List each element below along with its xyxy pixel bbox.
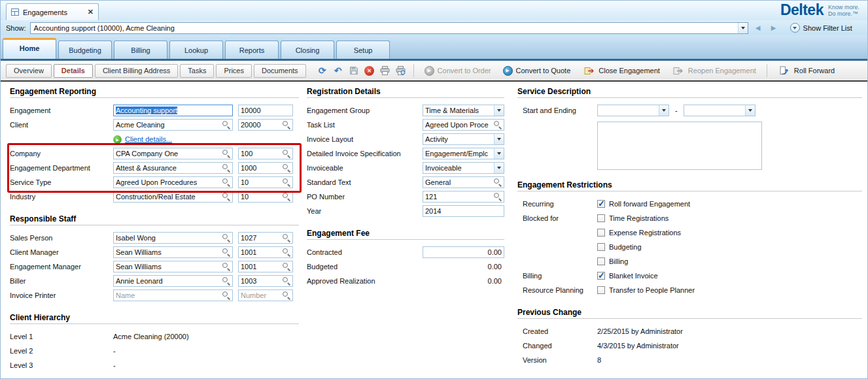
lookup-icon[interactable] <box>283 164 290 172</box>
invoiceable-select[interactable]: Invoiceable <box>423 162 504 174</box>
client-manager-input[interactable]: Sean Williams <box>113 246 233 258</box>
tab-closing[interactable]: Closing <box>281 41 334 59</box>
refresh-icon[interactable] <box>316 64 329 77</box>
billing-checkbox[interactable] <box>597 257 605 265</box>
subtab-documents[interactable]: Documents <box>254 64 306 78</box>
engagement-number-input[interactable]: 10000 <box>238 105 293 116</box>
time-registrations-checkbox[interactable] <box>597 214 605 222</box>
dropdown-arrow-icon[interactable] <box>494 105 504 116</box>
biller-number-input[interactable]: 1003 <box>238 275 293 287</box>
subtab-client-billing-address[interactable]: Client Billing Address <box>95 64 178 78</box>
dropdown-arrow-icon[interactable] <box>494 134 504 144</box>
delete-icon[interactable] <box>363 64 376 77</box>
lookup-icon[interactable] <box>222 263 230 271</box>
lookup-icon[interactable] <box>283 291 290 299</box>
print-preview-icon[interactable] <box>394 64 408 77</box>
lookup-icon[interactable] <box>283 263 290 271</box>
service-description-textarea[interactable] <box>597 122 762 170</box>
lookup-icon[interactable] <box>283 150 290 157</box>
detailed-invoice-specification-select[interactable]: Engagement/Emplc <box>423 148 504 159</box>
roll-forward-engagement-checkbox[interactable] <box>597 200 605 208</box>
lookup-icon[interactable] <box>283 234 290 242</box>
workspace-tab-engagements[interactable]: Engagements <box>6 3 99 20</box>
start-period-select[interactable] <box>597 105 669 116</box>
service-type-number-input[interactable]: 10 <box>238 176 293 188</box>
roll-forward-button[interactable]: Roll Forward <box>778 64 835 77</box>
save-icon[interactable] <box>347 64 360 77</box>
task-list-input[interactable]: Agreed Upon Proce <box>423 119 504 131</box>
engagement-name-input[interactable]: Accounting support <box>113 105 233 116</box>
lookup-icon[interactable] <box>222 150 230 157</box>
lookup-icon[interactable] <box>222 234 230 242</box>
lookup-icon[interactable] <box>222 193 230 201</box>
biller-input[interactable]: Annie Leonard <box>113 275 233 287</box>
lookup-icon[interactable] <box>283 121 290 129</box>
engagement-group-select[interactable]: Time & Materials <box>423 105 504 116</box>
tab-budgeting[interactable]: Budgeting <box>58 41 112 59</box>
tab-setup[interactable]: Setup <box>336 41 390 59</box>
close-tab-icon[interactable] <box>88 8 94 16</box>
invoice-layout-select[interactable]: Activity <box>423 133 504 145</box>
sales-person-input[interactable]: Isabel Wong <box>113 232 233 244</box>
company-name-input[interactable]: CPA Company One <box>113 148 233 159</box>
client-details-link[interactable]: Client details... <box>125 135 172 143</box>
contracted-input[interactable]: 0.00 <box>423 246 504 258</box>
lookup-icon[interactable] <box>222 178 230 186</box>
combo-arrow-icon[interactable] <box>738 23 748 33</box>
lookup-icon[interactable] <box>222 248 230 256</box>
engagement-department-input[interactable]: Attest & Assurance <box>113 162 233 174</box>
subtab-prices[interactable]: Prices <box>216 64 252 78</box>
company-number-input[interactable]: 100 <box>238 148 293 159</box>
year-input[interactable]: 2014 <box>423 205 504 217</box>
engagement-manager-input[interactable]: Sean Williams <box>113 261 233 272</box>
lookup-icon[interactable] <box>222 121 230 129</box>
invoice-printer-name-input[interactable]: Name <box>113 289 233 301</box>
reopen-engagement-button[interactable]: Reopen Engagement <box>672 64 756 77</box>
client-name-input[interactable]: Acme Cleaning <box>113 119 233 131</box>
tab-billing[interactable]: Billing <box>114 41 167 59</box>
transfer-to-people-planner-checkbox[interactable] <box>597 286 605 294</box>
industry-input[interactable]: Construction/Real Estate <box>113 191 233 203</box>
previous-record-button[interactable] <box>752 22 764 34</box>
tab-home[interactable]: Home <box>3 38 56 59</box>
tab-reports[interactable]: Reports <box>225 41 279 59</box>
lookup-icon[interactable] <box>283 193 290 201</box>
client-manager-number-input[interactable]: 1001 <box>238 246 293 258</box>
lookup-icon[interactable] <box>494 178 502 186</box>
dropdown-arrow-icon[interactable] <box>494 163 504 173</box>
invoice-printer-number-input[interactable]: Number <box>238 289 293 301</box>
client-number-input[interactable]: 20000 <box>238 119 293 131</box>
lookup-icon[interactable] <box>283 178 290 186</box>
lookup-icon[interactable] <box>494 121 502 129</box>
tab-lookup[interactable]: Lookup <box>169 41 223 59</box>
blanket-invoice-checkbox[interactable] <box>597 272 605 280</box>
convert-to-quote-button[interactable]: Convert to Quote <box>503 66 571 76</box>
lookup-icon[interactable] <box>222 291 230 299</box>
sales-person-number-input[interactable]: 1027 <box>238 232 293 244</box>
next-record-button[interactable] <box>768 22 780 34</box>
engagement-manager-number-input[interactable]: 1001 <box>238 261 293 272</box>
service-type-input[interactable]: Agreed Upon Procedures <box>113 176 233 188</box>
show-record-combobox[interactable]: Accounting support (10000), Acme Cleanin… <box>30 22 748 34</box>
engagement-department-number-input[interactable]: 1000 <box>238 162 293 174</box>
lookup-icon[interactable] <box>222 164 230 172</box>
subtab-tasks[interactable]: Tasks <box>180 64 214 78</box>
close-engagement-button[interactable]: Close Engagement <box>582 64 660 77</box>
lookup-icon[interactable] <box>283 248 290 256</box>
undo-icon[interactable] <box>332 64 345 77</box>
expense-registrations-checkbox[interactable] <box>597 229 605 237</box>
dropdown-arrow-icon[interactable] <box>494 148 504 159</box>
po-number-input[interactable]: 121 <box>423 191 504 203</box>
convert-to-order-button[interactable]: Convert to Order <box>425 66 491 76</box>
dropdown-arrow-icon[interactable] <box>659 105 668 116</box>
ending-period-select[interactable] <box>684 105 755 116</box>
industry-number-input[interactable]: 10 <box>238 191 293 203</box>
lookup-icon[interactable] <box>283 277 290 285</box>
subtab-overview[interactable]: Overview <box>6 64 52 78</box>
show-filter-list-button[interactable]: Show Filter List <box>790 23 852 33</box>
lookup-icon[interactable] <box>222 277 230 285</box>
standard-text-input[interactable]: General <box>423 176 504 188</box>
subtab-details[interactable]: Details <box>54 64 93 78</box>
print-icon[interactable] <box>379 64 392 77</box>
dropdown-arrow-icon[interactable] <box>745 105 755 116</box>
